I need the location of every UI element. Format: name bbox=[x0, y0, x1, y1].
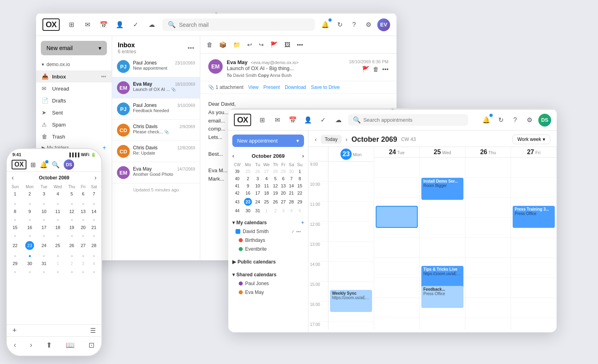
email-search-bar[interactable]: 🔍 bbox=[162, 18, 315, 31]
more-icon[interactable]: ••• bbox=[297, 41, 303, 48]
mini-cal-day-29[interactable]: 29 bbox=[296, 197, 304, 207]
mini-cal-day-15[interactable]: 15 bbox=[296, 182, 304, 189]
cal-cloud-icon[interactable]: ☁ bbox=[333, 115, 344, 126]
cal-mail-icon[interactable]: ✉ bbox=[272, 115, 283, 126]
mini-cal-day-18[interactable]: 18 bbox=[262, 189, 271, 197]
phone-share-btn[interactable]: ⬆ bbox=[46, 341, 52, 350]
email-item-5[interactable]: EM Eva May 14/7/2069 Another Good Photo bbox=[112, 162, 200, 183]
sidebar-item-trash[interactable]: 🗑 Trash bbox=[36, 131, 112, 143]
cal-refresh-icon[interactable]: ↻ bbox=[495, 115, 506, 126]
help-icon[interactable]: ? bbox=[348, 19, 360, 30]
email-item-4[interactable]: CD Chris Davis 12/8/2069 Re: Update bbox=[112, 141, 200, 162]
phone-cal-next-btn[interactable]: › bbox=[95, 174, 97, 181]
mini-cal-day-28[interactable]: 28 bbox=[287, 197, 296, 207]
phone-day-13[interactable]: 13 bbox=[78, 207, 88, 215]
phone-day-14[interactable]: 14 bbox=[88, 207, 100, 215]
mini-cal-day-27[interactable]: 27 bbox=[262, 168, 271, 175]
email-item-2[interactable]: PJ Paul Jones 3/10/2069 Feedback Needed bbox=[112, 99, 200, 120]
settings-icon[interactable]: ⚙ bbox=[363, 19, 374, 30]
sidebar-item-drafts[interactable]: 📄 Drafts bbox=[36, 95, 112, 107]
phone-day-2[interactable]: 2 bbox=[22, 190, 38, 198]
flag-msg-icon[interactable]: 🚩 bbox=[362, 66, 370, 73]
sidebar-item-inbox[interactable]: 📥 Inbox ••• bbox=[36, 70, 112, 82]
new-email-button[interactable]: New email ▾ bbox=[41, 41, 107, 55]
phone-day-4[interactable]: 4 bbox=[50, 190, 65, 198]
new-appointment-button[interactable]: New appointment ▾ bbox=[232, 135, 304, 147]
mini-cal-day-20[interactable]: 20 bbox=[280, 189, 287, 197]
mini-cal-day-9[interactable]: 9 bbox=[242, 182, 254, 189]
reply-icon[interactable]: ↩ bbox=[247, 41, 252, 48]
mini-cal-day-19[interactable]: 19 bbox=[271, 189, 279, 197]
mini-cal-day-1[interactable]: 1 bbox=[296, 168, 304, 175]
mini-cal-day-26[interactable]: 26 bbox=[254, 168, 262, 175]
phone-day-17[interactable]: 17 bbox=[38, 223, 50, 231]
cal-check-icon[interactable]: ✓ bbox=[318, 115, 329, 126]
cal-next-btn[interactable]: › bbox=[346, 136, 348, 143]
mini-cal-day-27[interactable]: 27 bbox=[280, 197, 287, 207]
mini-cal-day-4[interactable]: 4 bbox=[262, 175, 271, 182]
mini-cal-day-11[interactable]: 11 bbox=[262, 182, 271, 189]
phone-day-5[interactable]: 5 bbox=[65, 190, 78, 198]
delete-icon[interactable]: 🗑 bbox=[207, 41, 213, 48]
mini-cal-day-10[interactable]: 10 bbox=[254, 182, 262, 189]
mail-icon[interactable]: ✉ bbox=[82, 19, 93, 30]
phone-tabs-btn[interactable]: ⊡ bbox=[89, 341, 95, 350]
move-icon[interactable]: 📁 bbox=[233, 41, 241, 48]
cal-grid-icon[interactable]: ⊞ bbox=[257, 115, 268, 126]
calendar-david-more-btn[interactable]: ✓ ••• bbox=[291, 229, 301, 234]
add-folder-icon[interactable]: + bbox=[103, 144, 106, 151]
phone-day-28[interactable]: 28 bbox=[88, 239, 100, 251]
phone-day-22[interactable]: 22 bbox=[8, 239, 22, 251]
mini-cal-day-6[interactable]: 6 bbox=[280, 175, 287, 182]
mini-cal-day-31[interactable]: 31 bbox=[254, 207, 262, 214]
user-icon[interactable]: 👤 bbox=[114, 19, 125, 30]
event-weekly-sync[interactable]: Weekly Sync https://zoom.us/aEF4... bbox=[330, 290, 372, 312]
user-avatar[interactable]: EV bbox=[377, 18, 390, 31]
forward-icon[interactable]: ↪ bbox=[259, 41, 264, 48]
phone-day-10[interactable]: 10 bbox=[38, 207, 50, 215]
mini-cal-prev-btn[interactable]: ‹ bbox=[232, 153, 234, 159]
event-install-demo[interactable]: Install Demo Ser... Room Bigger bbox=[421, 178, 463, 200]
phone-day-31[interactable]: 31 bbox=[38, 259, 50, 267]
add-calendar-icon[interactable]: + bbox=[301, 220, 304, 225]
mini-cal-day-22[interactable]: 22 bbox=[296, 189, 304, 197]
mini-cal-day-2[interactable]: 2 bbox=[271, 207, 279, 214]
phone-avatar[interactable]: DS bbox=[64, 159, 74, 170]
mini-cal-day-13[interactable]: 13 bbox=[280, 182, 287, 189]
refresh-icon[interactable]: ↻ bbox=[334, 19, 345, 30]
mini-cal-day-7[interactable]: 7 bbox=[287, 175, 296, 182]
phone-cal-prev-btn[interactable]: ‹ bbox=[12, 174, 14, 181]
calendar-david-smith[interactable]: David Smith ✓ ••• bbox=[232, 227, 304, 236]
calendar-icon[interactable]: 📅 bbox=[98, 19, 109, 30]
cal-help-icon[interactable]: ? bbox=[509, 115, 521, 126]
shared-calendars-header[interactable]: ▾ Shared calendars bbox=[232, 270, 304, 279]
phone-search-icon[interactable]: 🔍 bbox=[52, 161, 60, 169]
cal-slots-thu[interactable] bbox=[465, 158, 511, 330]
phone-day-11[interactable]: 11 bbox=[50, 207, 65, 215]
public-calendars-header[interactable]: ▶ Public calendars bbox=[232, 257, 304, 266]
cal-slots-mon[interactable]: Weekly Sync https://zoom.us/aEF4... bbox=[328, 162, 374, 330]
image-icon[interactable]: 🖼 bbox=[284, 41, 290, 48]
mini-cal-day-5[interactable]: 5 bbox=[271, 175, 279, 182]
email-item-3[interactable]: CD Chris Davis 2/9/2069 Please check... … bbox=[112, 120, 200, 141]
event-selected-tue[interactable] bbox=[376, 206, 418, 228]
mini-cal-day-16[interactable]: 16 bbox=[242, 189, 254, 197]
phone-day-nm-3[interactable]: 3 bbox=[78, 259, 88, 267]
search-appointments-input[interactable] bbox=[363, 117, 463, 123]
event-tips-tricks[interactable]: Tips & Tricks Live https://zoom.us/aEF4.… bbox=[421, 266, 463, 288]
sidebar-item-spam[interactable]: ⚠ Spam bbox=[36, 119, 112, 131]
mini-cal-day-30[interactable]: 30 bbox=[287, 168, 296, 175]
check-icon[interactable]: ✓ bbox=[130, 19, 141, 30]
phone-add-btn[interactable]: + bbox=[12, 326, 17, 335]
phone-back-btn[interactable]: ‹ bbox=[14, 341, 16, 349]
delete-msg-icon[interactable]: 🗑 bbox=[373, 66, 379, 73]
event-press-training[interactable]: Press Training 3... Press Office bbox=[513, 206, 555, 228]
cloud-icon[interactable]: ☁ bbox=[146, 19, 157, 30]
search-mail-input[interactable] bbox=[179, 22, 309, 28]
phone-day-nm-1[interactable]: 1 bbox=[50, 259, 65, 267]
mini-cal-day-26[interactable]: 26 bbox=[271, 197, 279, 207]
phone-day-26[interactable]: 26 bbox=[65, 239, 78, 251]
mini-cal-day-3[interactable]: 3 bbox=[254, 175, 262, 182]
mini-cal-day-2[interactable]: 2 bbox=[242, 175, 254, 182]
my-calendars-header[interactable]: ▾ My calendars + bbox=[232, 218, 304, 227]
